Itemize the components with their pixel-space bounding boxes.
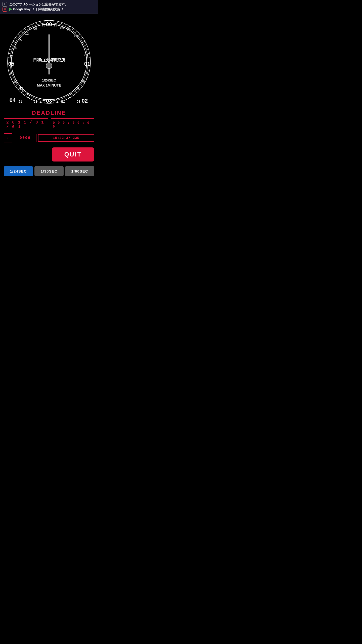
svg-line-90 xyxy=(11,45,13,46)
ad-top-text: このアプリケーションは広告がでます。 xyxy=(9,2,96,7)
lcd-row-2: ← 0006 15:22:37←23K xyxy=(4,133,94,142)
play-triangle-icon xyxy=(9,8,12,11)
svg-line-49 xyxy=(78,34,80,36)
svg-line-62 xyxy=(80,85,82,86)
fps-row: 1/24SEC 1/30SEC 1/60SEC xyxy=(0,164,98,180)
arrow-display: ← xyxy=(4,133,12,142)
svg-line-66 xyxy=(68,94,70,98)
date-display: 2 0 1 1 / 0 1 / 0 1 xyxy=(4,118,48,131)
svg-line-94 xyxy=(21,31,23,33)
fps-60-button[interactable]: 1/60SEC xyxy=(65,166,94,176)
svg-line-100 xyxy=(45,21,45,23)
ad-bottom-row: Google Play ＊ 日和山技術研究所 ＊ xyxy=(9,7,96,12)
svg-line-96 xyxy=(28,26,31,30)
svg-line-93 xyxy=(18,34,20,36)
svg-line-45 xyxy=(65,24,66,26)
svg-line-51 xyxy=(81,41,85,44)
svg-line-89 xyxy=(10,49,12,50)
svg-line-67 xyxy=(65,98,66,100)
ad-icons: ℹ ✕ xyxy=(3,2,7,12)
clock-section: 00 21 03 06 09 01 03 06 09 12 02 03 18 1… xyxy=(0,14,98,107)
play-text: Google Play xyxy=(13,8,30,11)
close-icon[interactable]: ✕ xyxy=(3,7,7,12)
svg-line-70 xyxy=(53,101,53,103)
svg-line-46 xyxy=(68,26,70,30)
svg-line-92 xyxy=(16,37,18,39)
svg-line-82 xyxy=(11,78,13,79)
svg-line-52 xyxy=(85,45,87,46)
svg-line-57 xyxy=(88,66,90,66)
svg-line-54 xyxy=(87,53,90,54)
time-value: 0 0 0 : 0 0 : 0 0 xyxy=(53,121,92,129)
svg-line-64 xyxy=(75,91,77,93)
svg-line-95 xyxy=(25,28,26,30)
svg-line-47 xyxy=(72,28,73,30)
clock-container: 00 21 03 06 09 01 03 06 09 12 02 03 18 1… xyxy=(6,19,92,105)
svg-line-50 xyxy=(80,37,82,39)
svg-line-60 xyxy=(85,78,87,79)
lcd-row-1: 2 0 1 1 / 0 1 / 0 1 0 0 0 : 0 0 : 0 0 xyxy=(4,118,94,131)
svg-line-83 xyxy=(10,74,12,75)
ad-banner[interactable]: ℹ ✕ このアプリケーションは広告がでます。 Google Play ＊ 日和山… xyxy=(0,0,98,14)
svg-line-77 xyxy=(25,93,26,95)
ad-company-text: ＊ 日和山技術研究所 ＊ xyxy=(32,7,64,12)
google-play-logo: Google Play xyxy=(9,8,30,11)
deadline-title: DEADLINE xyxy=(32,110,66,116)
svg-line-58 xyxy=(87,70,90,70)
svg-line-79 xyxy=(18,88,20,90)
fps-30-button[interactable]: 1/30SEC xyxy=(34,166,64,176)
svg-line-55 xyxy=(88,58,90,58)
arrow-icon: ← xyxy=(6,136,10,140)
svg-line-97 xyxy=(32,24,33,26)
svg-line-61 xyxy=(81,80,85,83)
svg-line-88 xyxy=(9,53,11,54)
svg-line-69 xyxy=(57,100,58,103)
svg-line-98 xyxy=(36,22,37,25)
svg-line-44 xyxy=(61,22,62,25)
info-icon: ℹ xyxy=(3,2,7,7)
time-display: 0 0 0 : 0 0 : 0 0 xyxy=(51,118,94,131)
svg-line-84 xyxy=(9,70,11,70)
quit-button[interactable]: QUIT xyxy=(52,147,94,162)
svg-line-43 xyxy=(57,21,58,24)
svg-line-75 xyxy=(32,98,33,100)
svg-line-81 xyxy=(13,80,17,83)
svg-line-73 xyxy=(40,100,41,103)
svg-line-87 xyxy=(8,58,10,58)
ad-content: このアプリケーションは広告がでます。 Google Play ＊ 日和山技術研究… xyxy=(9,2,96,12)
deadline-section: DEADLINE 2 0 1 1 / 0 1 / 0 1 0 0 0 : 0 0… xyxy=(0,107,98,145)
svg-line-76 xyxy=(28,94,31,98)
date-value: 2 0 1 1 / 0 1 / 0 1 xyxy=(6,120,46,129)
svg-line-59 xyxy=(86,74,88,75)
clock-time-value: 15:22:37←23K xyxy=(53,136,79,140)
tick-overlay xyxy=(6,19,92,105)
quit-button-row: QUIT xyxy=(0,145,98,164)
svg-line-65 xyxy=(72,93,73,95)
svg-line-68 xyxy=(61,99,62,101)
svg-line-78 xyxy=(21,91,23,93)
svg-line-80 xyxy=(16,85,18,86)
fps-24-button[interactable]: 1/24SEC xyxy=(4,166,33,176)
svg-line-63 xyxy=(78,88,80,90)
svg-line-91 xyxy=(13,41,17,44)
svg-line-48 xyxy=(75,31,77,33)
svg-line-85 xyxy=(8,66,10,66)
svg-line-72 xyxy=(45,101,45,103)
svg-line-53 xyxy=(86,49,88,50)
number-display: 0006 xyxy=(14,134,36,142)
svg-line-42 xyxy=(53,21,53,23)
svg-line-74 xyxy=(36,99,37,101)
number-value: 0006 xyxy=(20,136,31,140)
clock-time-display: 15:22:37←23K xyxy=(38,134,94,142)
svg-line-99 xyxy=(40,21,41,24)
